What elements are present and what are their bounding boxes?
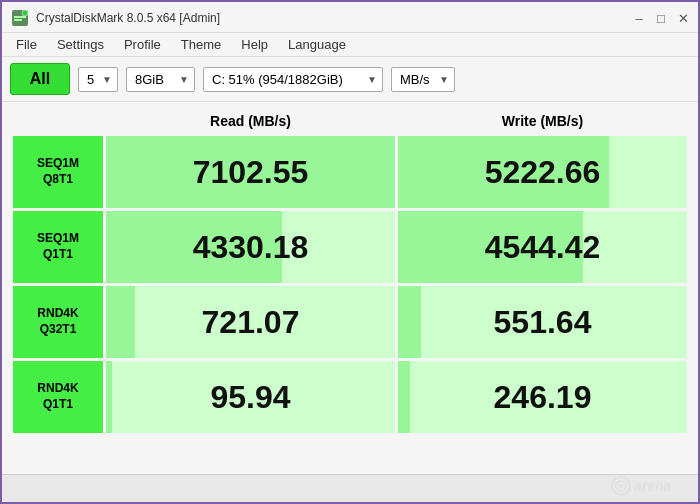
read-value-3: 95.94 [210, 379, 290, 415]
svg-point-3 [22, 10, 28, 16]
write-cell-2: 551.64 [398, 286, 687, 358]
read-value-0: 7102.55 [193, 154, 309, 190]
read-value-1: 4330.18 [193, 229, 309, 265]
read-cell-0: 7102.55 [106, 136, 395, 208]
window-controls: – □ ✕ [632, 11, 690, 25]
read-value-2: 721.07 [202, 304, 300, 340]
read-bar-2 [106, 286, 135, 358]
menu-profile[interactable]: Profile [116, 35, 169, 54]
main-window: CrystalDiskMark 8.0.5 x64 [Admin] – □ ✕ … [0, 0, 700, 504]
write-value-0: 5222.66 [485, 154, 601, 190]
size-select[interactable]: 1GiB 4GiB 8GiB 16GiB [126, 67, 195, 92]
unit-select[interactable]: MB/s GB/s IOPS μs [391, 67, 455, 92]
watermark: arena [610, 475, 690, 502]
write-bar-3 [398, 361, 410, 433]
read-cell-3: 95.94 [106, 361, 395, 433]
label-cell-2: RND4KQ32T1 [13, 286, 103, 358]
read-bar-3 [106, 361, 112, 433]
toolbar: All 1 3 5 9 ▼ 1GiB 4GiB 8GiB 16GiB ▼ C: … [2, 57, 698, 102]
menu-theme[interactable]: Theme [173, 35, 229, 54]
benchmark-table: Read (MB/s) Write (MB/s) SEQ1MQ8T1 7102.… [10, 106, 690, 436]
all-button[interactable]: All [10, 63, 70, 95]
read-cell-2: 721.07 [106, 286, 395, 358]
arena-logo: arena [610, 475, 690, 497]
table-row: SEQ1MQ1T1 4330.18 4544.42 [13, 211, 687, 283]
unit-select-wrapper: MB/s GB/s IOPS μs ▼ [391, 67, 455, 92]
col-header-read: Read (MB/s) [106, 109, 395, 133]
svg-text:arena: arena [634, 478, 672, 494]
maximize-button[interactable]: □ [654, 11, 668, 25]
label-cell-1: SEQ1MQ1T1 [13, 211, 103, 283]
menu-help[interactable]: Help [233, 35, 276, 54]
window-title: CrystalDiskMark 8.0.5 x64 [Admin] [36, 11, 220, 25]
write-value-1: 4544.42 [485, 229, 601, 265]
minimize-button[interactable]: – [632, 11, 646, 25]
write-cell-3: 246.19 [398, 361, 687, 433]
status-bar: arena [2, 474, 698, 502]
label-cell-3: RND4KQ1T1 [13, 361, 103, 433]
col-header-write: Write (MB/s) [398, 109, 687, 133]
menu-file[interactable]: File [8, 35, 45, 54]
app-icon [10, 8, 30, 28]
write-cell-1: 4544.42 [398, 211, 687, 283]
close-button[interactable]: ✕ [676, 11, 690, 25]
runs-select-wrapper: 1 3 5 9 ▼ [78, 67, 118, 92]
col-header-label [13, 109, 103, 133]
drive-select-wrapper: C: 51% (954/1882GiB) ▼ [203, 67, 383, 92]
size-select-wrapper: 1GiB 4GiB 8GiB 16GiB ▼ [126, 67, 195, 92]
svg-rect-1 [14, 16, 26, 18]
label-cell-0: SEQ1MQ8T1 [13, 136, 103, 208]
runs-select[interactable]: 1 3 5 9 [78, 67, 118, 92]
write-value-2: 551.64 [494, 304, 592, 340]
main-content: Read (MB/s) Write (MB/s) SEQ1MQ8T1 7102.… [2, 102, 698, 474]
table-row: RND4KQ1T1 95.94 246.19 [13, 361, 687, 433]
write-value-3: 246.19 [494, 379, 592, 415]
svg-point-6 [619, 484, 623, 488]
write-cell-0: 5222.66 [398, 136, 687, 208]
table-row: RND4KQ32T1 721.07 551.64 [13, 286, 687, 358]
menu-language[interactable]: Language [280, 35, 354, 54]
write-bar-2 [398, 286, 421, 358]
menu-bar: File Settings Profile Theme Help Languag… [2, 33, 698, 57]
title-bar: CrystalDiskMark 8.0.5 x64 [Admin] – □ ✕ [2, 2, 698, 33]
table-row: SEQ1MQ8T1 7102.55 5222.66 [13, 136, 687, 208]
svg-rect-2 [14, 19, 22, 21]
menu-settings[interactable]: Settings [49, 35, 112, 54]
read-cell-1: 4330.18 [106, 211, 395, 283]
drive-select[interactable]: C: 51% (954/1882GiB) [203, 67, 383, 92]
title-bar-left: CrystalDiskMark 8.0.5 x64 [Admin] [10, 8, 220, 28]
